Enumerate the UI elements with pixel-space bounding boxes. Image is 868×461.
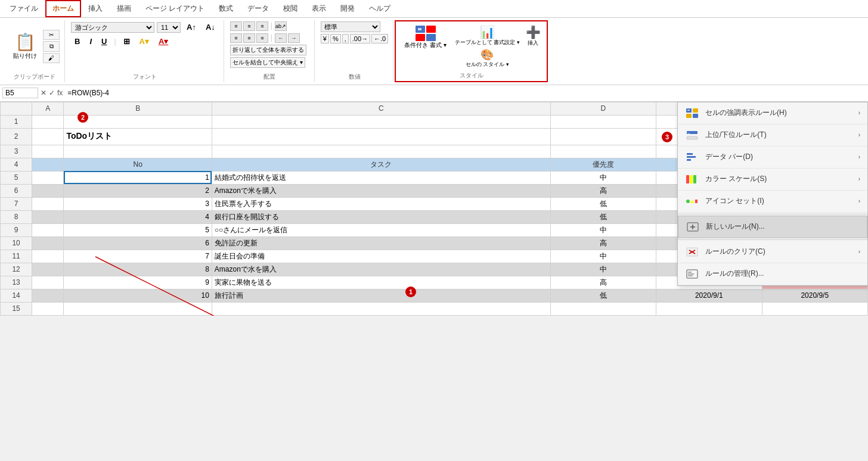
cell-c2[interactable] (212, 128, 550, 145)
cell-c9[interactable]: ○○さんにメールを返信 (212, 223, 550, 236)
cell-c14[interactable]: 旅行計画 (212, 289, 550, 302)
cell-c10[interactable]: 免許証の更新 (212, 236, 550, 250)
border-button[interactable]: ⊞ (120, 36, 134, 47)
cell-c3[interactable] (212, 145, 550, 158)
dropdown-item-new-rule[interactable]: 新しいルール(N)... (678, 216, 867, 238)
align-right[interactable]: ≡ (256, 33, 268, 43)
cell-b15[interactable] (64, 302, 212, 315)
cell-a5[interactable] (32, 171, 64, 184)
cell-b11[interactable]: 7 (64, 250, 212, 263)
tab-home[interactable]: ホーム (45, 0, 81, 17)
number-format-select[interactable]: 標準 (321, 21, 380, 32)
table-format-button[interactable]: 📊 テーブルとして 書式設定 ▾ (455, 25, 520, 46)
cell-c4[interactable]: タスク (212, 158, 550, 171)
cell-b8[interactable]: 4 (64, 210, 212, 223)
tab-data[interactable]: データ (240, 0, 276, 17)
cell-b2[interactable]: ToDoリスト (64, 128, 212, 145)
cell-d15[interactable] (550, 302, 656, 315)
col-header-d[interactable]: D (550, 102, 656, 115)
cell-d1[interactable] (550, 115, 656, 128)
cell-a7[interactable] (32, 197, 64, 210)
cell-c1[interactable] (212, 115, 550, 128)
cell-a1[interactable] (32, 115, 64, 128)
cell-style-button[interactable]: 🎨 セルの スタイル ▾ (466, 48, 509, 68)
cell-e14[interactable]: 2020/9/1 (656, 289, 762, 302)
tab-dev[interactable]: 開発 (333, 0, 362, 17)
cell-d6[interactable]: 高 (550, 184, 656, 197)
cell-d10[interactable]: 高 (550, 236, 656, 250)
cell-d3[interactable] (550, 145, 656, 158)
copy-button[interactable]: ⧉ (43, 41, 60, 52)
cell-d9[interactable]: 中 (550, 223, 656, 236)
tab-help[interactable]: ヘルプ (362, 0, 398, 17)
cell-a13[interactable] (32, 276, 64, 289)
cell-b7[interactable]: 3 (64, 197, 212, 210)
tab-view[interactable]: 表示 (305, 0, 333, 17)
cell-d4[interactable]: 優先度 (550, 158, 656, 171)
cell-d13[interactable]: 高 (550, 276, 656, 289)
decrease-decimal-btn[interactable]: ←.0 (371, 34, 388, 43)
merge-center-button[interactable]: セルを結合して中央揃え ▾ (230, 57, 305, 68)
tab-page-layout[interactable]: ページ レイアウト (138, 0, 212, 17)
cell-a11[interactable] (32, 250, 64, 263)
font-color-button[interactable]: A▾ (155, 36, 172, 47)
align-top-center[interactable]: ≡ (243, 21, 255, 31)
currency-btn[interactable]: ¥ (321, 34, 329, 43)
dropdown-item-top-bottom[interactable]: 10 上位/下位ルール(T) › (678, 124, 867, 147)
cell-f14[interactable]: 2020/9/5 (762, 289, 867, 302)
cell-a8[interactable] (32, 210, 64, 223)
align-left[interactable]: ≡ (230, 33, 242, 43)
decrease-font-button[interactable]: A↓ (202, 21, 219, 33)
dropdown-item-clear-rules[interactable]: ルールのクリア(C) › (678, 241, 867, 263)
cell-a15[interactable] (32, 302, 64, 315)
cell-d7[interactable]: 低 (550, 197, 656, 210)
cell-b4[interactable]: No (64, 158, 212, 171)
align-center[interactable]: ≡ (243, 33, 255, 43)
cell-b9[interactable]: 5 (64, 223, 212, 236)
cell-c8[interactable]: 銀行口座を開設する (212, 210, 550, 223)
cell-a10[interactable] (32, 236, 64, 250)
col-header-a[interactable]: A (32, 102, 64, 115)
tab-insert[interactable]: 挿入 (81, 0, 110, 17)
fill-color-button[interactable]: A▾ (136, 36, 153, 47)
cell-d2[interactable] (550, 128, 656, 145)
indent-increase[interactable]: → (288, 33, 300, 43)
conditional-format-button[interactable]: 条件付き 書式 ▾ (401, 23, 450, 51)
cell-b1[interactable] (64, 115, 212, 128)
text-angle-btn[interactable]: ab↗ (275, 21, 287, 31)
font-name-select[interactable]: 游ゴシック (71, 22, 154, 33)
cell-d14[interactable]: 低 (550, 289, 656, 302)
cell-c5[interactable]: 結婚式の招待状を返送 (212, 171, 550, 184)
tab-formulas[interactable]: 数式 (212, 0, 240, 17)
col-header-b[interactable]: B (64, 102, 212, 115)
percent-btn[interactable]: % (330, 34, 341, 43)
cell-a3[interactable] (32, 145, 64, 158)
cell-b14[interactable]: 10 (64, 289, 212, 302)
cell-f15[interactable] (762, 302, 867, 315)
cell-a2[interactable] (32, 128, 64, 145)
increase-decimal-btn[interactable]: .00→ (350, 34, 370, 43)
function-icon[interactable]: fx (57, 89, 63, 97)
indent-decrease[interactable]: ← (275, 33, 287, 43)
cell-d8[interactable]: 低 (550, 210, 656, 223)
insert-ribbon-button[interactable]: ➕ 挿入 (526, 25, 541, 47)
cut-button[interactable]: ✂ (43, 30, 60, 40)
dropdown-item-icon-set[interactable]: アイコン セット(I) › (678, 191, 867, 213)
underline-button[interactable]: U (98, 36, 110, 47)
cell-d11[interactable]: 中 (550, 250, 656, 263)
cell-a12[interactable] (32, 263, 64, 276)
cell-c12[interactable]: Amazonで水を購入 (212, 263, 550, 276)
paste-button[interactable]: 📋 貼り付け (10, 31, 41, 61)
formula-input[interactable]: =ROW(B5)-4 (65, 88, 866, 98)
cell-b10[interactable]: 6 (64, 236, 212, 250)
cell-c7[interactable]: 住民票を入手する (212, 197, 550, 210)
cell-b6[interactable]: 2 (64, 184, 212, 197)
cell-b13[interactable]: 9 (64, 276, 212, 289)
dropdown-item-color-scale[interactable]: カラー スケール(S) › (678, 169, 867, 191)
cell-e15[interactable] (656, 302, 762, 315)
cell-b3[interactable] (64, 145, 212, 158)
tab-file[interactable]: ファイル (2, 0, 45, 17)
cell-d5[interactable]: 中 (550, 171, 656, 184)
dropdown-item-manage-rules[interactable]: ルールの管理(R)... (678, 263, 867, 285)
cell-a4[interactable] (32, 158, 64, 171)
